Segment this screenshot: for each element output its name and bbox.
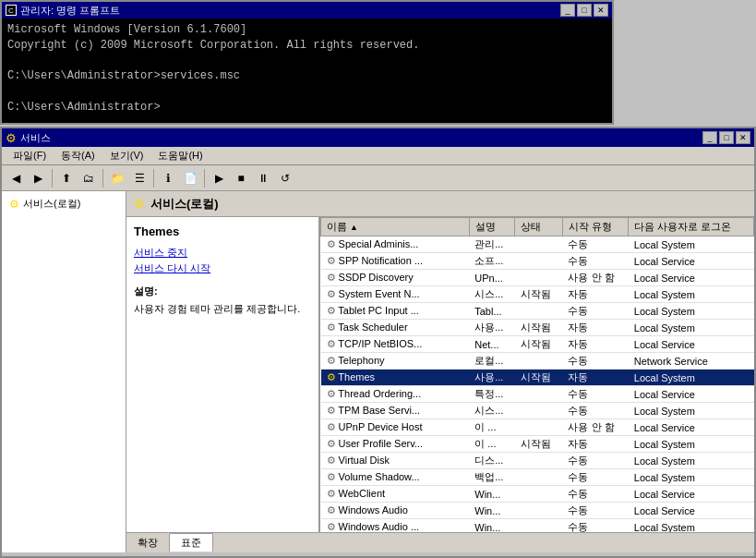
- desc-service-name: Themes: [134, 224, 311, 238]
- cell-desc: 로컬...: [469, 353, 515, 370]
- col-status[interactable]: 상태: [515, 218, 563, 237]
- table-row[interactable]: ⚙ TCP/IP NetBIOS...Net...시작됨자동Local Serv…: [321, 336, 754, 353]
- menu-view[interactable]: 보기(V): [102, 147, 151, 164]
- cell-desc: UPn...: [469, 270, 515, 286]
- cmd-controls[interactable]: _ □ ✕: [560, 4, 608, 17]
- cell-name: ⚙ Telephony: [321, 353, 470, 370]
- table-row[interactable]: ⚙ User Profile Serv...이 ...시작됨자동Local Sy…: [321, 436, 754, 453]
- table-row[interactable]: ⚙ Volume Shadow...백업...수동Local System: [321, 469, 754, 486]
- svc-maximize-btn[interactable]: □: [719, 131, 734, 144]
- desc-label: 설명:: [134, 285, 311, 298]
- menu-action[interactable]: 동작(A): [54, 147, 102, 164]
- toolbar-folder-btn[interactable]: 📁: [107, 168, 127, 188]
- desc-panel: Themes 서비스 중지 서비스 다시 시작 설명: 사용자 경험 테마 관리…: [126, 217, 320, 532]
- table-row[interactable]: ⚙ Windows Audio ...Win...수동Local System: [321, 519, 754, 533]
- row-service-icon: ⚙: [327, 455, 339, 466]
- cell-logon: Local Service: [629, 503, 754, 519]
- nav-services-local[interactable]: ⚙ 서비스(로컬): [6, 195, 122, 212]
- cell-start: 수동: [562, 486, 628, 503]
- toolbar-export-btn[interactable]: 📄: [180, 168, 200, 188]
- right-panel: ⚙ 서비스(로컬) Themes 서비스 중지 서비스 다시 시작 설명: 사용…: [126, 191, 754, 552]
- toolbar-info-btn[interactable]: ℹ: [158, 168, 178, 188]
- table-row[interactable]: ⚙ UPnP Device Host이 ...사용 안 함Local Servi…: [321, 419, 754, 436]
- cmd-close-btn[interactable]: ✕: [594, 4, 608, 17]
- table-row[interactable]: ⚙ Themes사용...시작됨자동Local System: [321, 370, 754, 386]
- table-row[interactable]: ⚙ WebClientWin...수동Local Service: [321, 486, 754, 503]
- cell-start: 수동: [562, 503, 628, 519]
- table-row[interactable]: ⚙ Windows AudioWin...수동Local Service: [321, 503, 754, 519]
- cell-status: 시작됨: [515, 336, 563, 353]
- cmd-line5: [7, 84, 606, 100]
- row-service-icon: ⚙: [327, 272, 339, 283]
- toolbar-refresh-btn[interactable]: ↺: [275, 168, 295, 188]
- table-row[interactable]: ⚙ Tablet PC Input ...Tabl...수동Local Syst…: [321, 303, 754, 320]
- cell-logon: Local Service: [629, 336, 754, 353]
- cmd-maximize-btn[interactable]: □: [577, 4, 592, 17]
- cell-start: 사용 안 함: [562, 419, 628, 436]
- desc-text: 사용자 경험 테마 관리를 제공합니다.: [134, 302, 311, 316]
- cmd-minimize-btn[interactable]: _: [560, 4, 575, 17]
- statusbar-tab-standard[interactable]: 표준: [170, 533, 213, 552]
- cell-start: 사용 안 함: [562, 270, 628, 286]
- table-row[interactable]: ⚙ SSDP DiscoveryUPn...사용 안 함Local Servic…: [321, 270, 754, 286]
- desc-restart-link[interactable]: 서비스 다시 시작: [134, 261, 311, 275]
- table-row[interactable]: ⚙ Special Adminis...관리...수동Local System: [321, 237, 754, 253]
- cell-status: [515, 503, 563, 519]
- toolbar-stop-btn[interactable]: ■: [231, 168, 251, 188]
- cell-logon: Local System: [629, 453, 754, 469]
- col-logon[interactable]: 다음 사용자로 로그온: [629, 218, 754, 237]
- statusbar-tab-extended[interactable]: 확장: [126, 534, 170, 552]
- table-row[interactable]: ⚙ TPM Base Servi...시스...수동Local System: [321, 403, 754, 419]
- col-name[interactable]: 이름 ▲: [321, 218, 470, 237]
- cmd-content: Microsoft Windows [Version 6.1.7600] Cop…: [2, 18, 612, 119]
- svc-minimize-btn[interactable]: _: [702, 131, 717, 144]
- toolbar-play-btn[interactable]: ▶: [209, 168, 229, 188]
- cell-logon: Local System: [629, 286, 754, 303]
- menu-help[interactable]: 도움말(H): [150, 147, 210, 164]
- cmd-titlebar: C 관리자: 명령 프롬프트 _ □ ✕: [2, 2, 612, 18]
- main-area: ⚙ 서비스(로컬) ⚙ 서비스(로컬) Themes 서비스 중지 서비스 다시…: [2, 191, 754, 552]
- services-table: 이름 ▲ 설명 상태 시작 유형 다음 사용자로 로그온 ⚙ Special A…: [320, 217, 754, 532]
- cell-logon: Local System: [629, 519, 754, 533]
- row-service-icon: ⚙: [327, 371, 339, 382]
- toolbar-sep2: [102, 169, 103, 188]
- cell-desc: 특정...: [469, 386, 515, 403]
- cell-desc: 시스...: [469, 286, 515, 303]
- col-desc[interactable]: 설명: [469, 218, 515, 237]
- cell-logon: Local System: [629, 370, 754, 386]
- table-row[interactable]: ⚙ Virtual Disk디스...수동Local System: [321, 453, 754, 469]
- scroll-container[interactable]: 이름 ▲ 설명 상태 시작 유형 다음 사용자로 로그온 ⚙ Special A…: [320, 217, 754, 532]
- row-service-icon: ⚙: [327, 238, 339, 249]
- table-row[interactable]: ⚙ Thread Ordering...특정...수동Local Service: [321, 386, 754, 403]
- svc-window-controls[interactable]: _ □ ✕: [702, 131, 750, 144]
- table-row[interactable]: ⚙ SPP Notification ...소프...수동Local Servi…: [321, 253, 754, 270]
- cell-start: 수동: [562, 519, 628, 533]
- toolbar-show-hide-btn[interactable]: 🗂: [78, 168, 99, 188]
- cell-name: ⚙ Thread Ordering...: [321, 386, 470, 403]
- desc-stop-link[interactable]: 서비스 중지: [134, 246, 311, 260]
- row-service-icon: ⚙: [327, 288, 339, 299]
- cell-status: 시작됨: [515, 320, 563, 336]
- svc-close-btn[interactable]: ✕: [736, 131, 750, 144]
- cell-status: [515, 403, 563, 419]
- cell-status: [515, 419, 563, 436]
- toolbar-forward-btn[interactable]: ▶: [28, 168, 48, 188]
- toolbar-back-btn[interactable]: ◀: [6, 168, 26, 188]
- menu-file[interactable]: 파일(F): [6, 147, 54, 164]
- cell-name: ⚙ User Profile Serv...: [321, 436, 470, 453]
- table-row[interactable]: ⚙ Telephony로컬...수동Network Service: [321, 353, 754, 370]
- split-content: Themes 서비스 중지 서비스 다시 시작 설명: 사용자 경험 테마 관리…: [126, 217, 754, 532]
- svc-header-gear-icon: ⚙: [134, 197, 145, 211]
- col-start-type[interactable]: 시작 유형: [562, 218, 628, 237]
- toolbar-pause-btn[interactable]: ⏸: [253, 168, 273, 188]
- toolbar-up-btn[interactable]: ⬆: [56, 168, 77, 188]
- toolbar-list-btn[interactable]: ☰: [129, 168, 150, 188]
- row-service-icon: ⚙: [327, 488, 339, 499]
- cell-desc: 사용...: [469, 370, 515, 386]
- cell-desc: Net...: [469, 336, 515, 353]
- row-service-icon: ⚙: [327, 321, 339, 333]
- table-row[interactable]: ⚙ Task Scheduler사용...시작됨자동Local System: [321, 320, 754, 336]
- cell-logon: Local System: [629, 237, 754, 253]
- row-service-icon: ⚙: [327, 338, 339, 349]
- table-row[interactable]: ⚙ System Event N...시스...시작됨자동Local Syste…: [321, 286, 754, 303]
